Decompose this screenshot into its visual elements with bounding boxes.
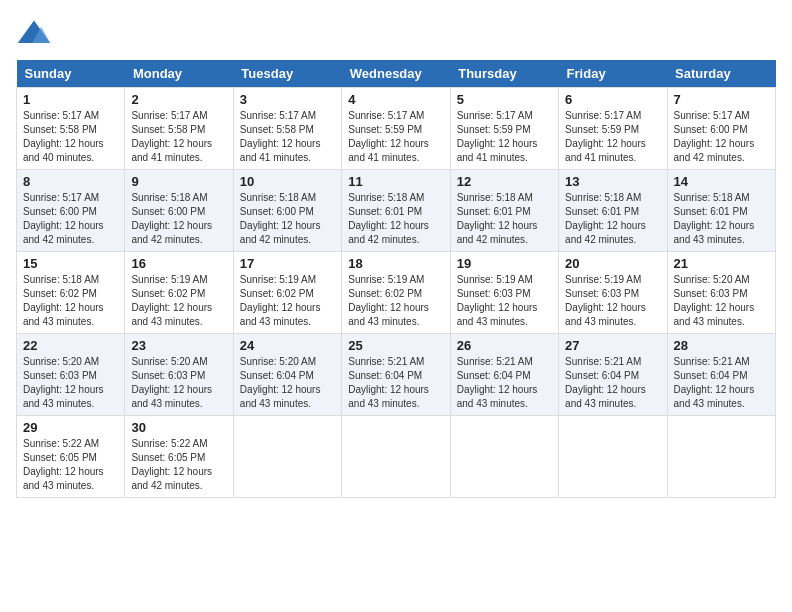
day-info: Sunrise: 5:17 AMSunset: 5:58 PMDaylight:…: [23, 109, 118, 165]
day-info: Sunrise: 5:17 AMSunset: 5:59 PMDaylight:…: [457, 109, 552, 165]
day-number: 7: [674, 92, 769, 107]
calendar-cell: 8Sunrise: 5:17 AMSunset: 6:00 PMDaylight…: [17, 170, 125, 252]
day-number: 15: [23, 256, 118, 271]
calendar-cell: 4Sunrise: 5:17 AMSunset: 5:59 PMDaylight…: [342, 88, 450, 170]
day-number: 27: [565, 338, 660, 353]
weekday-header-thursday: Thursday: [450, 60, 558, 88]
weekday-header-friday: Friday: [559, 60, 667, 88]
day-number: 13: [565, 174, 660, 189]
day-number: 25: [348, 338, 443, 353]
calendar-cell: 7Sunrise: 5:17 AMSunset: 6:00 PMDaylight…: [667, 88, 775, 170]
calendar-cell: 18Sunrise: 5:19 AMSunset: 6:02 PMDayligh…: [342, 252, 450, 334]
calendar-cell: 12Sunrise: 5:18 AMSunset: 6:01 PMDayligh…: [450, 170, 558, 252]
day-info: Sunrise: 5:20 AMSunset: 6:03 PMDaylight:…: [674, 273, 769, 329]
logo-icon: [16, 16, 52, 52]
calendar-week-2: 8Sunrise: 5:17 AMSunset: 6:00 PMDaylight…: [17, 170, 776, 252]
day-info: Sunrise: 5:17 AMSunset: 5:58 PMDaylight:…: [131, 109, 226, 165]
day-number: 12: [457, 174, 552, 189]
calendar-cell: 22Sunrise: 5:20 AMSunset: 6:03 PMDayligh…: [17, 334, 125, 416]
day-info: Sunrise: 5:18 AMSunset: 6:00 PMDaylight:…: [240, 191, 335, 247]
calendar-cell: [450, 416, 558, 498]
day-info: Sunrise: 5:17 AMSunset: 6:00 PMDaylight:…: [674, 109, 769, 165]
calendar-week-5: 29Sunrise: 5:22 AMSunset: 6:05 PMDayligh…: [17, 416, 776, 498]
day-info: Sunrise: 5:20 AMSunset: 6:04 PMDaylight:…: [240, 355, 335, 411]
day-info: Sunrise: 5:22 AMSunset: 6:05 PMDaylight:…: [23, 437, 118, 493]
day-number: 17: [240, 256, 335, 271]
calendar-week-3: 15Sunrise: 5:18 AMSunset: 6:02 PMDayligh…: [17, 252, 776, 334]
day-info: Sunrise: 5:18 AMSunset: 6:00 PMDaylight:…: [131, 191, 226, 247]
weekday-header-monday: Monday: [125, 60, 233, 88]
day-info: Sunrise: 5:19 AMSunset: 6:02 PMDaylight:…: [348, 273, 443, 329]
day-info: Sunrise: 5:19 AMSunset: 6:02 PMDaylight:…: [131, 273, 226, 329]
day-number: 21: [674, 256, 769, 271]
day-info: Sunrise: 5:17 AMSunset: 5:59 PMDaylight:…: [348, 109, 443, 165]
day-number: 24: [240, 338, 335, 353]
day-info: Sunrise: 5:18 AMSunset: 6:02 PMDaylight:…: [23, 273, 118, 329]
calendar-cell: 23Sunrise: 5:20 AMSunset: 6:03 PMDayligh…: [125, 334, 233, 416]
day-info: Sunrise: 5:21 AMSunset: 6:04 PMDaylight:…: [565, 355, 660, 411]
calendar-cell: 14Sunrise: 5:18 AMSunset: 6:01 PMDayligh…: [667, 170, 775, 252]
calendar-cell: 5Sunrise: 5:17 AMSunset: 5:59 PMDaylight…: [450, 88, 558, 170]
calendar-cell: [233, 416, 341, 498]
calendar-cell: 30Sunrise: 5:22 AMSunset: 6:05 PMDayligh…: [125, 416, 233, 498]
day-number: 29: [23, 420, 118, 435]
weekday-header-row: SundayMondayTuesdayWednesdayThursdayFrid…: [17, 60, 776, 88]
day-info: Sunrise: 5:20 AMSunset: 6:03 PMDaylight:…: [23, 355, 118, 411]
day-number: 6: [565, 92, 660, 107]
day-number: 10: [240, 174, 335, 189]
day-number: 20: [565, 256, 660, 271]
calendar-cell: 25Sunrise: 5:21 AMSunset: 6:04 PMDayligh…: [342, 334, 450, 416]
day-info: Sunrise: 5:21 AMSunset: 6:04 PMDaylight:…: [457, 355, 552, 411]
day-info: Sunrise: 5:21 AMSunset: 6:04 PMDaylight:…: [348, 355, 443, 411]
day-number: 9: [131, 174, 226, 189]
calendar-cell: 29Sunrise: 5:22 AMSunset: 6:05 PMDayligh…: [17, 416, 125, 498]
day-info: Sunrise: 5:17 AMSunset: 5:59 PMDaylight:…: [565, 109, 660, 165]
calendar-cell: 2Sunrise: 5:17 AMSunset: 5:58 PMDaylight…: [125, 88, 233, 170]
header: [16, 16, 776, 52]
page-container: SundayMondayTuesdayWednesdayThursdayFrid…: [16, 16, 776, 498]
day-number: 11: [348, 174, 443, 189]
day-number: 16: [131, 256, 226, 271]
day-info: Sunrise: 5:18 AMSunset: 6:01 PMDaylight:…: [565, 191, 660, 247]
day-number: 1: [23, 92, 118, 107]
calendar-cell: 19Sunrise: 5:19 AMSunset: 6:03 PMDayligh…: [450, 252, 558, 334]
day-number: 14: [674, 174, 769, 189]
day-number: 2: [131, 92, 226, 107]
calendar-cell: [342, 416, 450, 498]
day-info: Sunrise: 5:18 AMSunset: 6:01 PMDaylight:…: [674, 191, 769, 247]
weekday-header-saturday: Saturday: [667, 60, 775, 88]
day-number: 30: [131, 420, 226, 435]
day-info: Sunrise: 5:20 AMSunset: 6:03 PMDaylight:…: [131, 355, 226, 411]
calendar-cell: 24Sunrise: 5:20 AMSunset: 6:04 PMDayligh…: [233, 334, 341, 416]
day-number: 22: [23, 338, 118, 353]
day-info: Sunrise: 5:19 AMSunset: 6:02 PMDaylight:…: [240, 273, 335, 329]
day-info: Sunrise: 5:18 AMSunset: 6:01 PMDaylight:…: [348, 191, 443, 247]
calendar-week-1: 1Sunrise: 5:17 AMSunset: 5:58 PMDaylight…: [17, 88, 776, 170]
calendar-cell: 15Sunrise: 5:18 AMSunset: 6:02 PMDayligh…: [17, 252, 125, 334]
calendar-cell: 27Sunrise: 5:21 AMSunset: 6:04 PMDayligh…: [559, 334, 667, 416]
calendar-table: SundayMondayTuesdayWednesdayThursdayFrid…: [16, 60, 776, 498]
calendar-cell: 3Sunrise: 5:17 AMSunset: 5:58 PMDaylight…: [233, 88, 341, 170]
calendar-cell: 10Sunrise: 5:18 AMSunset: 6:00 PMDayligh…: [233, 170, 341, 252]
day-info: Sunrise: 5:18 AMSunset: 6:01 PMDaylight:…: [457, 191, 552, 247]
day-number: 19: [457, 256, 552, 271]
day-info: Sunrise: 5:17 AMSunset: 6:00 PMDaylight:…: [23, 191, 118, 247]
calendar-cell: [559, 416, 667, 498]
calendar-cell: 16Sunrise: 5:19 AMSunset: 6:02 PMDayligh…: [125, 252, 233, 334]
day-number: 26: [457, 338, 552, 353]
day-number: 4: [348, 92, 443, 107]
calendar-cell: 11Sunrise: 5:18 AMSunset: 6:01 PMDayligh…: [342, 170, 450, 252]
day-info: Sunrise: 5:19 AMSunset: 6:03 PMDaylight:…: [457, 273, 552, 329]
day-number: 3: [240, 92, 335, 107]
calendar-cell: 9Sunrise: 5:18 AMSunset: 6:00 PMDaylight…: [125, 170, 233, 252]
day-number: 28: [674, 338, 769, 353]
weekday-header-wednesday: Wednesday: [342, 60, 450, 88]
calendar-cell: 21Sunrise: 5:20 AMSunset: 6:03 PMDayligh…: [667, 252, 775, 334]
day-number: 8: [23, 174, 118, 189]
day-number: 5: [457, 92, 552, 107]
calendar-cell: 17Sunrise: 5:19 AMSunset: 6:02 PMDayligh…: [233, 252, 341, 334]
day-number: 23: [131, 338, 226, 353]
day-info: Sunrise: 5:22 AMSunset: 6:05 PMDaylight:…: [131, 437, 226, 493]
calendar-cell: [667, 416, 775, 498]
day-info: Sunrise: 5:17 AMSunset: 5:58 PMDaylight:…: [240, 109, 335, 165]
